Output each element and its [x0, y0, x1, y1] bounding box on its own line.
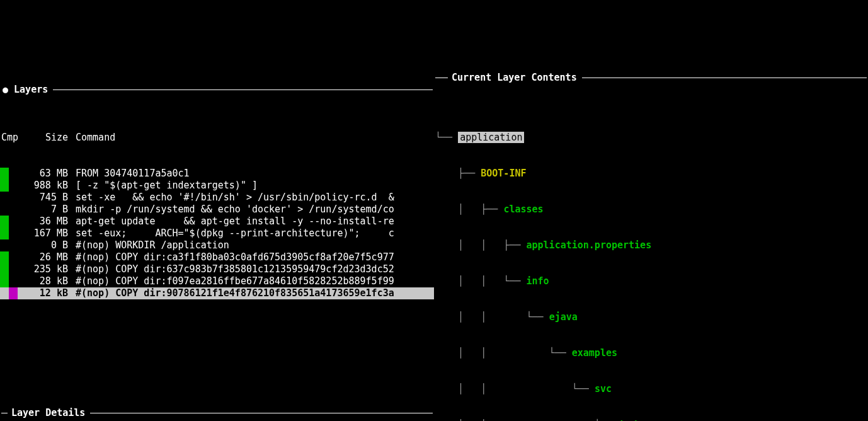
- layer-row[interactable]: 36 MBapt-get update && apt-get install -…: [0, 216, 434, 228]
- layer-size: 63 MB: [18, 168, 71, 180]
- layers-list[interactable]: 63 MBFROM 304740117a5a0c1988 kB[ -z "$(a…: [0, 168, 434, 299]
- right-panel: Current Layer Contents └── application ├…: [434, 48, 868, 421]
- layer-command: #(nop) WORKDIR /application: [71, 239, 434, 251]
- layers-columns-header: Cmp Size Command: [0, 132, 434, 144]
- layer-command: set -eux; ARCH="$(dpkg --print-architect…: [71, 228, 434, 239]
- layer-size: 988 kB: [18, 180, 71, 192]
- layer-size: 7 B: [18, 204, 71, 216]
- layer-size: 12 kB: [18, 287, 71, 299]
- layer-command: [ -z "$(apt-get indextargets)" ]: [71, 180, 434, 192]
- tree-svc[interactable]: svc: [595, 383, 612, 395]
- cmp-indicator: [0, 263, 18, 275]
- layer-command: set -xe && echo '#!/bin/sh' > /usr/sbin/…: [71, 192, 434, 204]
- layer-size: 28 kB: [18, 275, 71, 287]
- layer-command: FROM 304740117a5a0c1: [71, 168, 434, 180]
- layers-title: ● Layers: [0, 84, 50, 96]
- layer-size: 26 MB: [18, 251, 71, 263]
- tree-ejava[interactable]: ejava: [549, 311, 578, 323]
- layer-row[interactable]: 0 B#(nop) WORKDIR /application: [0, 239, 434, 251]
- layer-size: 235 kB: [18, 263, 71, 275]
- tree-application[interactable]: application: [458, 132, 524, 143]
- layer-row[interactable]: 7 Bmkdir -p /run/systemd && echo 'docker…: [0, 204, 434, 216]
- cmp-indicator: [0, 180, 18, 192]
- size-header: Size: [18, 132, 71, 144]
- layer-command: #(nop) COPY dir:f097ea2816ffbe677a84610f…: [71, 275, 434, 287]
- cmp-indicator: [0, 192, 18, 204]
- command-header: Command: [71, 132, 434, 144]
- tree-app-props[interactable]: application.properties: [527, 239, 652, 251]
- layer-row[interactable]: 988 kB[ -z "$(apt-get indextargets)" ]: [0, 180, 434, 192]
- layer-size: 745 B: [18, 192, 71, 204]
- layer-command: apt-get update && apt-get install -y --n…: [71, 216, 434, 228]
- tree-boot-inf[interactable]: BOOT-INF: [481, 168, 526, 179]
- cmp-indicator: [0, 204, 18, 216]
- contents-panel-header: Current Layer Contents: [434, 72, 868, 84]
- layer-command: #(nop) COPY dir:637c983b7f385801c1213595…: [71, 263, 434, 275]
- layer-row[interactable]: 63 MBFROM 304740117a5a0c1: [0, 168, 434, 180]
- layer-row[interactable]: 12 kB#(nop) COPY dir:90786121f1e4f876210…: [0, 287, 434, 299]
- layer-row[interactable]: 28 kB#(nop) COPY dir:f097ea2816ffbe677a8…: [0, 275, 434, 287]
- layer-details-header: Layer Details: [0, 407, 434, 419]
- cmp-indicator: [0, 216, 18, 228]
- tree-info[interactable]: info: [527, 275, 549, 287]
- layers-panel-header: ● Layers: [0, 84, 434, 96]
- cmp-indicator: [0, 287, 18, 299]
- tree-classes[interactable]: classes: [503, 204, 543, 215]
- layer-row[interactable]: 26 MB#(nop) COPY dir:ca3f1f80ba03c0afd67…: [0, 251, 434, 263]
- layer-command: #(nop) COPY dir:ca3f1f80ba03c0afd675d390…: [71, 251, 434, 263]
- layer-size: 167 MB: [18, 228, 71, 239]
- layer-row[interactable]: 235 kB#(nop) COPY dir:637c983b7f385801c1…: [0, 263, 434, 275]
- file-tree[interactable]: └── application ├── BOOT-INF │ ├── class…: [434, 108, 868, 421]
- left-panel: ● Layers Cmp Size Command 63 MBFROM 3047…: [0, 48, 434, 421]
- tree-examples[interactable]: examples: [572, 347, 617, 359]
- contents-title: Current Layer Contents: [449, 72, 580, 84]
- cmp-indicator: [0, 251, 18, 263]
- cmp-indicator: [0, 275, 18, 287]
- layer-details-title: Layer Details: [9, 407, 88, 419]
- cmp-indicator: [0, 239, 18, 251]
- layer-command: mkdir -p /run/systemd && echo 'docker' >…: [71, 204, 434, 216]
- layer-row[interactable]: 167 MBset -eux; ARCH="$(dpkg --print-arc…: [0, 228, 434, 239]
- cmp-indicator: [0, 228, 18, 239]
- cmp-header: Cmp: [0, 132, 18, 144]
- layer-size: 36 MB: [18, 216, 71, 228]
- cmp-indicator: [0, 168, 18, 180]
- layer-command: #(nop) COPY dir:90786121f1e4f876210f8356…: [71, 287, 434, 299]
- layer-size: 0 B: [18, 239, 71, 251]
- layer-row[interactable]: 745 Bset -xe && echo '#!/bin/sh' > /usr/…: [0, 192, 434, 204]
